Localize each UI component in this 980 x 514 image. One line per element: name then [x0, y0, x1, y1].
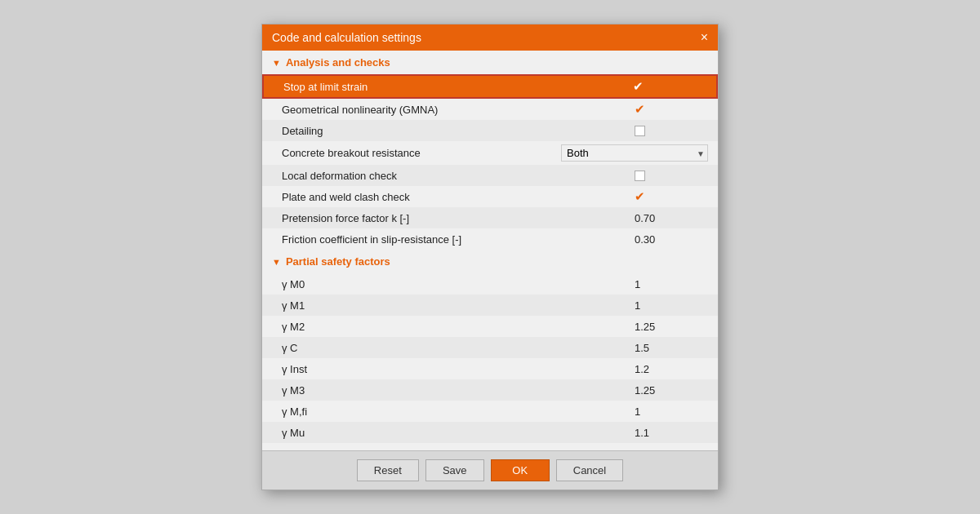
section-header-partial-safety-factors[interactable]: ▼ Partial safety factors — [262, 250, 718, 273]
value-gamma-m3: 1.25 — [635, 384, 708, 397]
section-triangle-analysis: ▼ — [272, 58, 281, 68]
value-gamma-m2: 1.25 — [635, 321, 708, 333]
label-gamma-mu: γ Mu — [282, 427, 635, 439]
label-gamma-m2: γ M2 — [282, 321, 635, 333]
label-gamma-m3: γ M3 — [282, 384, 635, 397]
row-local-deformation-check[interactable]: Local deformation check — [262, 165, 718, 186]
row-gamma-mfi: γ M,fi 1 — [262, 401, 718, 422]
checkmark-icon-geo: ✔ — [635, 102, 645, 117]
checkbox-local-deformation[interactable] — [635, 171, 708, 181]
value-gamma-mfi: 1 — [635, 405, 708, 418]
row-concrete-breakout: Concrete breakout resistance Both Tensio… — [262, 141, 718, 165]
dialog-title: Code and calculation settings — [272, 31, 421, 44]
section-header-concrete-block[interactable]: ▶ Concrete block — [262, 443, 718, 450]
value-friction-coefficient: 0.30 — [635, 233, 708, 246]
value-gamma-mu: 1.1 — [635, 427, 708, 439]
row-detailing[interactable]: Detailing — [262, 120, 718, 141]
checkbox-geometrical-nonlinearity[interactable]: ✔ — [635, 102, 708, 117]
label-geometrical-nonlinearity: Geometrical nonlinearity (GMNA) — [282, 104, 635, 116]
section-title-analysis: Analysis and checks — [286, 56, 390, 69]
row-plate-weld-clash-check[interactable]: Plate and weld clash check ✔ — [262, 186, 718, 207]
checkbox-detailing[interactable] — [635, 126, 708, 136]
label-gamma-m1: γ M1 — [282, 299, 635, 312]
scrollable-content[interactable]: ▼ Analysis and checks Stop at limit stra… — [262, 51, 718, 450]
value-gamma-m1: 1 — [635, 299, 708, 312]
value-gamma-inst: 1.2 — [635, 363, 708, 375]
dialog: Code and calculation settings × ▼ Analys… — [261, 24, 719, 490]
label-pretension-force-factor: Pretension force factor k [-] — [282, 212, 635, 224]
label-stop-at-limit-strain: Stop at limit strain — [283, 81, 633, 93]
label-friction-coefficient: Friction coefficient in slip-resistance … — [282, 233, 635, 246]
row-friction-coefficient: Friction coefficient in slip-resistance … — [262, 228, 718, 250]
row-stop-at-limit-strain[interactable]: Stop at limit strain ✔ — [262, 74, 718, 99]
row-gamma-m1: γ M1 1 — [262, 295, 718, 316]
save-button[interactable]: Save — [425, 459, 484, 481]
checkbox-unchecked-local-deformation — [635, 171, 645, 181]
value-pretension-force-factor: 0.70 — [635, 212, 708, 224]
row-gamma-m2: γ M2 1.25 — [262, 316, 718, 337]
close-button[interactable]: × — [701, 31, 708, 44]
label-detailing: Detailing — [282, 125, 635, 137]
checkbox-stop-at-limit-strain[interactable]: ✔ — [633, 79, 706, 94]
dropdown-concrete-breakout[interactable]: Both Tension Shear None — [561, 144, 708, 162]
row-geometrical-nonlinearity[interactable]: Geometrical nonlinearity (GMNA) ✔ — [262, 99, 718, 120]
label-gamma-m0: γ M0 — [282, 278, 635, 290]
checkbox-unchecked-detailing — [635, 126, 645, 136]
value-gamma-m0: 1 — [635, 278, 708, 290]
section-title-psf: Partial safety factors — [286, 255, 390, 268]
label-plate-weld-clash-check: Plate and weld clash check — [282, 191, 635, 203]
dialog-footer: Reset Save OK Cancel — [262, 450, 718, 490]
label-gamma-inst: γ Inst — [282, 363, 635, 375]
row-gamma-m3: γ M3 1.25 — [262, 379, 718, 401]
row-gamma-m0: γ M0 1 — [262, 273, 718, 295]
section-triangle-psf: ▼ — [272, 257, 281, 267]
checkmark-icon-plate: ✔ — [635, 189, 645, 204]
label-concrete-breakout: Concrete breakout resistance — [282, 147, 561, 159]
checkbox-plate-weld-clash[interactable]: ✔ — [635, 189, 708, 204]
dropdown-container-breakout[interactable]: Both Tension Shear None ▼ — [561, 144, 708, 162]
row-pretension-force-factor: Pretension force factor k [-] 0.70 — [262, 207, 718, 228]
row-gamma-inst: γ Inst 1.2 — [262, 358, 718, 379]
label-gamma-mfi: γ M,fi — [282, 405, 635, 418]
value-gamma-c: 1.5 — [635, 342, 708, 354]
reset-button[interactable]: Reset — [357, 459, 419, 481]
label-gamma-c: γ C — [282, 342, 635, 354]
label-local-deformation-check: Local deformation check — [282, 170, 635, 182]
dialog-body: ▼ Analysis and checks Stop at limit stra… — [262, 51, 718, 490]
row-gamma-mu: γ Mu 1.1 — [262, 422, 718, 443]
section-header-analysis-checks[interactable]: ▼ Analysis and checks — [262, 51, 718, 74]
ok-button[interactable]: OK — [491, 459, 550, 481]
checkmark-icon: ✔ — [633, 79, 644, 94]
row-gamma-c: γ C 1.5 — [262, 337, 718, 358]
title-bar: Code and calculation settings × — [262, 24, 718, 51]
cancel-button[interactable]: Cancel — [556, 459, 623, 481]
